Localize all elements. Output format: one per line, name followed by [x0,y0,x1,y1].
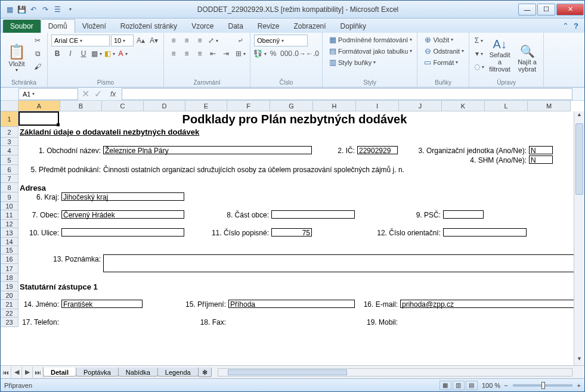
zoom-in-icon[interactable]: + [577,382,581,389]
format-painter-icon[interactable]: 🖌 [32,61,44,73]
row-header-6[interactable]: 6 [1,165,18,175]
col-header-G[interactable]: G [270,101,313,111]
row-header-14[interactable]: 14 [1,238,18,246]
row-header-4[interactable]: 4 [1,146,18,155]
col-header-K[interactable]: K [442,101,485,111]
decrease-decimal-icon[interactable]: ←.0 [307,48,318,60]
fill-icon[interactable]: ▾ [473,48,485,60]
wrap-text-icon[interactable]: ⤶ [234,35,246,46]
enter-formula-icon[interactable]: ✓ [92,88,104,99]
col-header-I[interactable]: I [356,101,399,111]
col-header-L[interactable]: L [485,101,528,111]
help-icon[interactable]: ? [574,21,578,30]
cell-styles-button[interactable]: ▥Styly buňky [326,57,413,67]
field-kraj[interactable]: Jihočeský kraj [61,192,184,201]
row-header-13[interactable]: 13 [1,228,18,238]
minimize-button[interactable]: — [518,4,536,15]
maximize-button[interactable]: ☐ [537,4,555,15]
vertical-scrollbar[interactable]: ▲ ▼ [574,111,584,365]
tab-insert[interactable]: Vložení [75,20,113,33]
field-prijmeni[interactable]: Příhoda [228,300,355,308]
row-header-1[interactable]: 1 [1,111,18,127]
row-header-20[interactable]: 20 [1,291,18,300]
minimize-ribbon-icon[interactable]: ⌃ [562,21,569,30]
undo-icon[interactable]: ↶ [28,4,39,15]
field-obchodni-nazev[interactable]: Železnice Plná Páry [103,146,312,154]
field-psc[interactable] [443,210,484,219]
tab-home[interactable]: Domů [41,19,75,33]
font-color-button[interactable]: A [117,48,129,60]
col-header-F[interactable]: F [227,101,270,111]
scroll-up-icon[interactable]: ▲ [574,111,584,121]
tab-formulas[interactable]: Vzorce [184,20,221,33]
field-ic[interactable]: 22902929 [357,146,398,154]
comma-icon[interactable]: 000 [280,48,292,60]
clear-icon[interactable]: ◌ [473,61,485,73]
underline-button[interactable]: U [78,48,89,60]
field-shm[interactable]: N [529,155,553,164]
format-cells-button[interactable]: ▭Formát [421,57,465,67]
align-top-icon[interactable]: ≡ [168,35,179,46]
row-header-7[interactable]: 7 [1,175,18,183]
font-size-combo[interactable]: 10 [111,35,134,46]
page-break-view-icon[interactable]: ▤ [466,381,478,390]
grow-font-icon[interactable]: A▴ [135,35,147,46]
select-all-corner[interactable] [1,101,18,111]
row-header-15[interactable]: 15 [1,246,18,254]
border-button[interactable]: ▦ [91,48,103,60]
zoom-slider[interactable] [513,384,572,387]
col-header-B[interactable]: B [60,101,102,111]
redo-icon[interactable]: ↷ [40,4,51,15]
shrink-font-icon[interactable]: A▾ [148,35,160,46]
col-header-A[interactable]: A [18,101,60,111]
row-header-8[interactable]: 8 [1,183,18,192]
decrease-indent-icon[interactable]: ⇤ [207,48,219,60]
bold-button[interactable]: B [51,48,63,60]
accounting-icon[interactable]: 💱 [254,48,266,60]
vscroll-thumb[interactable] [575,123,583,195]
percent-icon[interactable]: % [267,48,279,60]
last-sheet-icon[interactable]: ⏭ [33,367,44,378]
italic-button[interactable]: I [64,48,76,60]
increase-indent-icon[interactable]: ⇥ [220,48,232,60]
number-format-combo[interactable]: Obecný [254,35,308,46]
col-header-J[interactable]: J [399,101,442,111]
tab-review[interactable]: Revize [250,20,287,33]
merge-center-icon[interactable]: ⊞ [234,48,246,60]
row-header-22[interactable]: 22 [1,309,18,318]
sheet-tab-detail[interactable]: Detail [43,368,76,377]
sort-filter-button[interactable]: A↓ Seřadit a filtrovat [487,35,512,74]
field-cast-obce[interactable] [271,210,355,219]
tab-data[interactable]: Data [221,20,250,33]
cancel-formula-icon[interactable]: ✕ [79,88,92,99]
copy-icon[interactable]: ⧉ [32,48,44,60]
align-left-icon[interactable]: ≡ [168,48,179,60]
row-header-11[interactable]: 11 [1,210,18,220]
find-select-button[interactable]: 🔍 Najít a vybrat [515,35,540,74]
row-header-2[interactable]: 2 [1,127,18,138]
row-header-19[interactable]: 19 [1,282,18,291]
first-sheet-icon[interactable]: ⏮ [1,367,11,378]
align-middle-icon[interactable]: ≡ [181,35,193,46]
row-header-17[interactable]: 17 [1,264,18,273]
worksheet-grid[interactable]: ABCDEFGHIJKLM 12345678910111213141516171… [1,101,584,365]
autosum-icon[interactable]: Σ [473,35,485,46]
increase-decimal-icon[interactable]: .0→ [293,48,305,60]
field-jmeno[interactable]: František [61,300,143,308]
col-header-C[interactable]: C [102,101,144,111]
scroll-down-icon[interactable]: ▼ [574,356,584,365]
hscroll-thumb[interactable] [228,369,347,375]
row-header-12[interactable]: 12 [1,220,18,228]
prev-sheet-icon[interactable]: ◀ [11,367,22,378]
field-poznamka[interactable] [103,254,584,272]
col-header-H[interactable]: H [313,101,356,111]
row-header-3[interactable]: 3 [1,138,18,146]
conditional-formatting-button[interactable]: ▦Podmíněné formátování [326,35,413,45]
fx-icon[interactable]: fx [104,90,122,98]
row-header-23[interactable]: 23 [1,318,18,327]
save-icon[interactable]: 💾 [16,4,27,15]
align-bottom-icon[interactable]: ≡ [194,35,206,46]
row-header-9[interactable]: 9 [1,192,18,202]
next-sheet-icon[interactable]: ▶ [22,367,33,378]
col-header-M[interactable]: M [528,101,571,111]
